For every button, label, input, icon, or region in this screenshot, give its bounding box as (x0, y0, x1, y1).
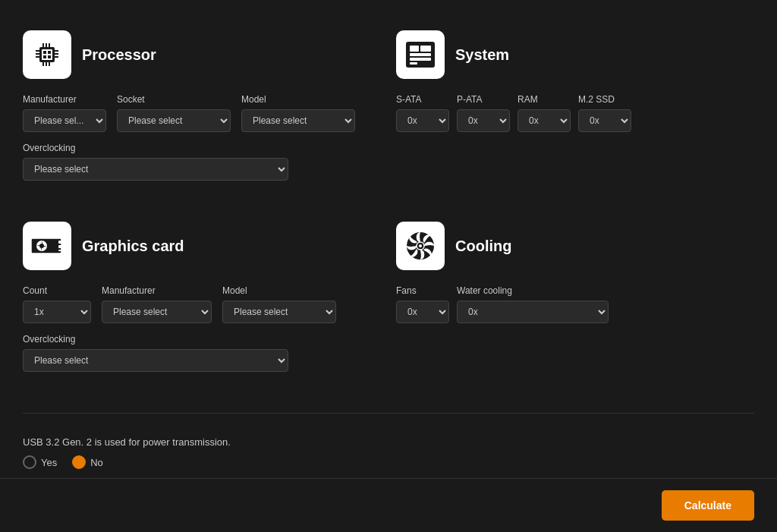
processor-model-group: Model Please select (241, 94, 355, 132)
svg-rect-12 (55, 53, 58, 55)
svg-rect-3 (46, 43, 47, 47)
system-sata-group: S-ATA 0x (396, 94, 449, 132)
svg-rect-21 (410, 53, 431, 56)
usb-section: USB 3.2 Gen. 2 is used for power transmi… (23, 429, 754, 484)
svg-rect-9 (36, 53, 39, 55)
processor-socket-label: Socket (117, 94, 231, 105)
svg-rect-20 (410, 46, 419, 52)
system-m2ssd-select[interactable]: 0x (578, 109, 631, 132)
svg-rect-29 (34, 253, 36, 257)
svg-rect-23 (410, 62, 417, 65)
svg-rect-36 (58, 250, 61, 251)
cooling-title: Cooling (455, 238, 511, 255)
graphics-icon-box (23, 222, 71, 270)
graphics-icon (30, 231, 64, 261)
system-title: System (455, 46, 509, 64)
graphics-model-label: Model (222, 285, 336, 296)
processor-model-label: Model (241, 94, 355, 105)
processor-manufacturer-select[interactable]: Please sel... (23, 109, 106, 132)
svg-rect-30 (38, 253, 40, 257)
footer: Calculate (0, 478, 777, 532)
system-form-row1: S-ATA 0x P-ATA 0x RAM 0x (396, 94, 754, 132)
graphics-count-label: Count (23, 285, 91, 296)
usb-radio-group: Yes No (23, 455, 754, 469)
cooling-fans-label: Fans (396, 285, 449, 296)
svg-rect-6 (46, 62, 47, 66)
processor-icon (32, 39, 62, 70)
system-section: System S-ATA 0x P-ATA 0x RAM (396, 15, 754, 206)
svg-rect-24 (420, 46, 431, 52)
processor-manufacturer-group: Manufacturer Please sel... (23, 94, 106, 132)
usb-no-option[interactable]: No (72, 455, 103, 469)
cooling-icon-box (396, 222, 445, 270)
svg-rect-17 (48, 55, 51, 58)
cooling-water-select[interactable]: 0x (457, 301, 609, 323)
svg-rect-8 (36, 50, 39, 52)
cooling-header: Cooling (396, 222, 754, 270)
graphics-overclocking-group: Overclocking Please select (23, 334, 288, 372)
system-sata-label: S-ATA (396, 94, 449, 105)
usb-question-text: USB 3.2 Gen. 2 is used for power transmi… (23, 436, 754, 448)
usb-yes-label: Yes (41, 457, 57, 468)
usb-yes-radio[interactable] (23, 455, 36, 469)
processor-socket-group: Socket Please select (117, 94, 231, 132)
graphics-count-select[interactable]: 1x (23, 301, 91, 323)
cooling-section: Cooling Fans 0x Water cooling 0x (396, 206, 754, 398)
processor-manufacturer-label: Manufacturer (23, 94, 106, 105)
cooling-form-row1: Fans 0x Water cooling 0x (396, 285, 754, 323)
svg-rect-33 (49, 253, 52, 257)
system-sata-select[interactable]: 0x (396, 109, 449, 132)
processor-form-row1: Manufacturer Please sel... Socket Please… (23, 94, 381, 132)
svg-rect-22 (410, 58, 431, 61)
usb-yes-option[interactable]: Yes (23, 455, 57, 469)
system-ram-group: RAM 0x (517, 94, 571, 132)
graphics-model-select[interactable]: Please select (222, 301, 336, 323)
usb-no-label: No (90, 457, 103, 468)
system-icon-box (396, 30, 445, 79)
cooling-water-group: Water cooling 0x (457, 285, 609, 323)
graphics-overclocking-select[interactable]: Please select (23, 349, 288, 372)
graphics-form-row2: Overclocking Please select (23, 334, 381, 372)
system-ram-label: RAM (517, 94, 571, 105)
cooling-fans-select[interactable]: 0x (396, 301, 449, 323)
graphics-count-group: Count 1x (23, 285, 91, 323)
system-icon (404, 38, 437, 71)
graphics-manufacturer-select[interactable]: Please select (102, 301, 212, 323)
system-pata-select[interactable]: 0x (457, 109, 510, 132)
processor-overclocking-select[interactable]: Please select (23, 158, 288, 181)
graphics-header: Graphics card (23, 222, 381, 270)
svg-rect-32 (46, 253, 48, 257)
processor-model-select[interactable]: Please select (241, 109, 355, 132)
svg-rect-10 (36, 56, 39, 58)
graphics-section: Graphics card Count 1x Manufacturer Plea… (23, 206, 381, 398)
system-pata-group: P-ATA 0x (457, 94, 510, 132)
svg-rect-31 (42, 253, 44, 257)
cooling-water-label: Water cooling (457, 285, 609, 296)
graphics-title: Graphics card (82, 238, 184, 255)
processor-section: Processor Manufacturer Please sel... Soc… (23, 15, 381, 206)
processor-header: Processor (23, 30, 381, 79)
system-m2ssd-group: M.2 SSD 0x (578, 94, 631, 132)
svg-rect-16 (43, 55, 46, 58)
svg-rect-35 (58, 245, 61, 248)
graphics-manufacturer-label: Manufacturer (102, 285, 212, 296)
processor-socket-select[interactable]: Please select (117, 109, 231, 132)
system-pata-label: P-ATA (457, 94, 510, 105)
svg-rect-4 (49, 43, 50, 47)
processor-form-row2: Overclocking Please select (23, 143, 381, 181)
svg-rect-5 (42, 62, 44, 66)
svg-rect-15 (48, 51, 51, 54)
svg-rect-7 (49, 62, 50, 66)
processor-overclocking-group: Overclocking Please select (23, 143, 288, 181)
graphics-overclocking-label: Overclocking (23, 334, 288, 345)
system-ram-select[interactable]: 0x (517, 109, 571, 132)
svg-rect-11 (55, 50, 58, 52)
usb-no-radio[interactable] (72, 455, 86, 469)
svg-point-28 (39, 244, 44, 248)
divider (23, 413, 754, 414)
processor-title: Processor (82, 46, 156, 64)
system-m2ssd-label: M.2 SSD (578, 94, 631, 105)
calculate-button[interactable]: Calculate (662, 490, 754, 521)
svg-rect-13 (55, 56, 58, 58)
svg-rect-34 (58, 241, 61, 244)
